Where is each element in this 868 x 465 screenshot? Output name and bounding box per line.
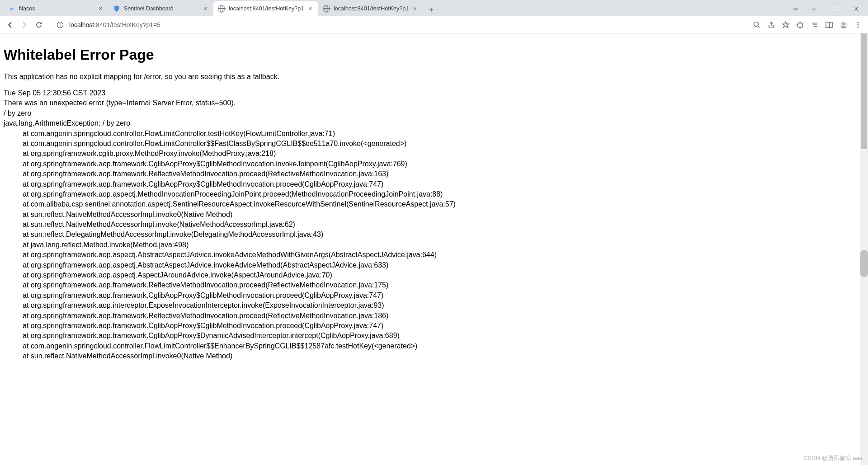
- share-icon[interactable]: [765, 19, 778, 31]
- error-details: Tue Sep 05 12:30:56 CST 2023 There was a…: [4, 88, 864, 362]
- trace-line: at org.springframework.aop.framework.Ref…: [4, 311, 864, 321]
- stack-trace: at com.angenin.springcloud.controller.Fl…: [4, 129, 864, 362]
- trace-line: at org.springframework.aop.framework.Cgl…: [4, 331, 864, 341]
- trace-line: at org.springframework.aop.framework.Ref…: [4, 169, 864, 179]
- nacos-icon: ∞: [8, 5, 15, 12]
- trace-line: at org.springframework.aop.framework.Cgl…: [4, 159, 864, 169]
- minimize-button[interactable]: [804, 2, 825, 16]
- watermark: CSDN @清风微凉 aaa: [803, 454, 863, 462]
- side-panel-icon[interactable]: [823, 19, 835, 31]
- window-controls: [804, 2, 868, 16]
- error-exception: java.lang.ArithmeticException: / by zero: [4, 118, 864, 128]
- url-path: :8401/testHotKey?p1=5: [94, 21, 160, 28]
- forward-button[interactable]: [18, 19, 31, 31]
- svg-point-18: [858, 26, 859, 28]
- trace-line: at org.springframework.aop.aspectj.Abstr…: [4, 260, 864, 270]
- trace-line: at org.springframework.aop.framework.Cgl…: [4, 179, 864, 189]
- trace-line: at sun.reflect.NativeMethodAccessorImpl.…: [4, 210, 864, 220]
- error-status: There was an unexpected error (type=Inte…: [4, 98, 864, 108]
- globe-icon: [323, 5, 330, 12]
- trace-line: at org.springframework.cglib.proxy.Metho…: [4, 149, 864, 159]
- reload-button[interactable]: [33, 19, 45, 31]
- tab-sentinel[interactable]: Sentinel Dashboard ×: [108, 1, 213, 16]
- profile-icon[interactable]: [837, 19, 850, 31]
- zoom-icon[interactable]: [750, 19, 763, 31]
- scrollbar[interactable]: [860, 33, 868, 465]
- trace-line: at org.springframework.aop.interceptor.E…: [4, 301, 864, 310]
- trace-line: at com.alibaba.csp.sentinel.annotation.a…: [4, 199, 864, 209]
- error-message: / by zero: [4, 108, 864, 118]
- trace-line: at org.springframework.aop.framework.Ref…: [4, 280, 864, 290]
- url-host: localhost: [69, 21, 94, 28]
- address-bar[interactable]: localhost:8401/testHotKey?p1=5: [51, 18, 745, 32]
- trace-line: at org.springframework.aop.aspectj.Aspec…: [4, 270, 864, 280]
- browser-titlebar: ∞ Nacos × Sentinel Dashboard × localhost…: [0, 0, 868, 16]
- scrollbar-thumb[interactable]: [861, 33, 867, 149]
- trace-line: at org.springframework.aop.aspectj.Abstr…: [4, 250, 864, 260]
- site-info-icon[interactable]: [57, 21, 64, 28]
- maximize-button[interactable]: [825, 2, 845, 16]
- scrollbar-side-thumb[interactable]: [860, 250, 868, 277]
- tabs-container: ∞ Nacos × Sentinel Dashboard × localhost…: [0, 1, 788, 16]
- url-text: localhost:8401/testHotKey?p1=5: [69, 21, 739, 28]
- extensions-icon[interactable]: [794, 19, 807, 31]
- tab-title: Nacos: [19, 5, 97, 12]
- trace-line: at org.springframework.aop.framework.Cgl…: [4, 291, 864, 301]
- svg-line-8: [758, 26, 760, 28]
- trace-line: at com.angenin.springcloud.controller.Fl…: [4, 139, 864, 149]
- new-tab-button[interactable]: +: [425, 4, 438, 16]
- globe-icon: [218, 5, 225, 12]
- trace-line: at sun.reflect.NativeMethodAccessorImpl.…: [4, 351, 864, 361]
- back-button[interactable]: [4, 19, 16, 31]
- trace-line: at sun.reflect.DelegatingMethodAccessorI…: [4, 230, 864, 240]
- svg-rect-1: [833, 7, 837, 11]
- tab-nacos[interactable]: ∞ Nacos ×: [4, 1, 108, 16]
- svg-point-15: [842, 23, 845, 25]
- tab-title: localhost:8401/testHotKey?p1: [229, 5, 307, 12]
- tab-title: Sentinel Dashboard: [124, 5, 202, 12]
- tab-title: localhost:8401/testHotKey?p1: [334, 5, 411, 12]
- error-timestamp: Tue Sep 05 12:30:56 CST 2023: [4, 88, 864, 98]
- error-subtitle: This application has no explicit mapping…: [4, 73, 864, 81]
- error-title: Whitelabel Error Page: [4, 47, 864, 63]
- tab-localhost[interactable]: localhost:8401/testHotKey?p1 ×: [318, 1, 423, 16]
- close-icon[interactable]: ×: [202, 5, 209, 12]
- svg-point-7: [754, 22, 759, 26]
- svg-point-16: [858, 22, 859, 23]
- trace-line: at sun.reflect.NativeMethodAccessorImpl.…: [4, 220, 864, 230]
- reading-list-icon[interactable]: [808, 19, 821, 31]
- close-icon[interactable]: ×: [307, 5, 314, 12]
- bookmark-icon[interactable]: [779, 19, 792, 31]
- svg-point-17: [858, 24, 859, 25]
- close-window-button[interactable]: [845, 2, 866, 16]
- trace-line: at com.angenin.springcloud.controller.Fl…: [4, 129, 864, 139]
- sentinel-icon: [113, 5, 120, 12]
- svg-point-5: [60, 23, 61, 24]
- close-icon[interactable]: ×: [411, 5, 419, 12]
- close-icon[interactable]: ×: [97, 5, 104, 12]
- tab-dropdown-icon[interactable]: [788, 2, 804, 16]
- svg-rect-12: [826, 22, 832, 28]
- trace-line: at org.springframework.aop.aspectj.Metho…: [4, 189, 864, 199]
- page-content: Whitelabel Error Page This application h…: [0, 33, 868, 465]
- tab-localhost-active[interactable]: localhost:8401/testHotKey?p1 ×: [213, 1, 318, 16]
- trace-line: at org.springframework.aop.framework.Cgl…: [4, 321, 864, 331]
- browser-toolbar: localhost:8401/testHotKey?p1=5: [0, 16, 868, 33]
- menu-icon[interactable]: [852, 19, 864, 31]
- trace-line: at com.angenin.springcloud.controller.Fl…: [4, 341, 864, 351]
- trace-line: at java.lang.reflect.Method.invoke(Metho…: [4, 240, 864, 250]
